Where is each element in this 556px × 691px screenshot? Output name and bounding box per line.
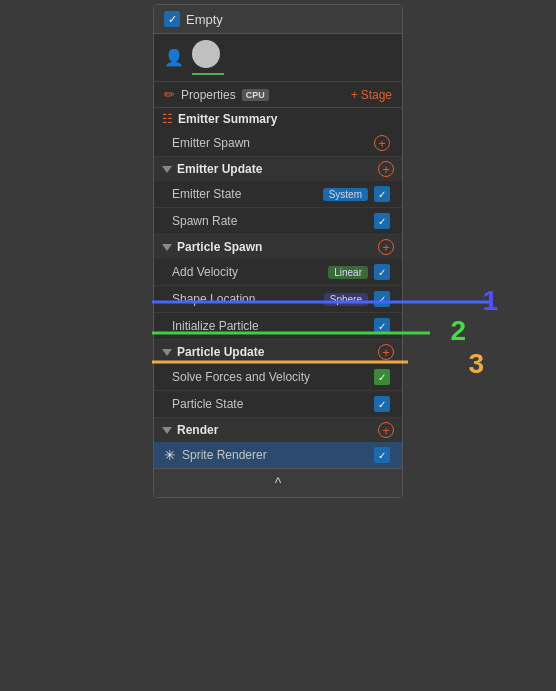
solve-forces-checkbox[interactable]: ✓	[374, 369, 390, 385]
sprite-renderer-label: Sprite Renderer	[182, 448, 368, 462]
sprite-renderer-checkbox[interactable]: ✓	[374, 447, 390, 463]
solve-forces-label: Solve Forces and Velocity	[172, 370, 368, 384]
emitter-state-row: Emitter State System ✓	[154, 181, 402, 208]
annotation-1: 1	[482, 285, 498, 317]
properties-row: ✏ Properties CPU + Stage	[154, 82, 402, 108]
green-underline	[192, 73, 224, 75]
star-icon: ✳	[164, 447, 176, 463]
list-icon: ☷	[162, 112, 173, 126]
triangle-down-icon-2	[162, 244, 172, 251]
add-velocity-row: Add Velocity Linear ✓	[154, 259, 402, 286]
add-render-button[interactable]: +	[378, 422, 394, 438]
emitter-summary-title: Emitter Summary	[178, 112, 277, 126]
init-particle-checkbox[interactable]: ✓	[374, 318, 390, 334]
init-particle-row: Initialize Particle ✓	[154, 313, 402, 340]
pencil-icon: ✏	[164, 87, 175, 102]
particle-state-row: Particle State ✓	[154, 391, 402, 418]
emitter-state-label: Emitter State	[172, 187, 317, 201]
title-checkbox[interactable]: ✓	[164, 11, 180, 27]
emitter-spawn-row[interactable]: Emitter Spawn +	[154, 130, 402, 157]
shape-location-tag: Sphere	[324, 293, 368, 306]
emitter-state-tag: System	[323, 188, 368, 201]
particle-spawn-header[interactable]: Particle Spawn +	[154, 235, 402, 259]
triangle-down-icon	[162, 166, 172, 173]
spawn-rate-row: Spawn Rate ✓	[154, 208, 402, 235]
init-particle-label: Initialize Particle	[172, 319, 368, 333]
properties-label[interactable]: Properties	[181, 88, 236, 102]
triangle-down-icon-4	[162, 427, 172, 434]
add-velocity-tag: Linear	[328, 266, 368, 279]
outer-wrapper: ✓ Empty 👤 ✏ Properties CPU + Stage ☷ Emi	[0, 0, 556, 691]
plus-icon: +	[351, 88, 358, 102]
particle-spawn-title: Particle Spawn	[177, 240, 262, 254]
icon-row: 👤	[154, 34, 402, 82]
stage-label: Stage	[361, 88, 392, 102]
particle-state-label: Particle State	[172, 397, 368, 411]
emitter-update-header[interactable]: Emitter Update +	[154, 157, 402, 181]
add-particle-spawn-button[interactable]: +	[378, 239, 394, 255]
shape-location-checkbox[interactable]: ✓	[374, 291, 390, 307]
spawn-rate-checkbox[interactable]: ✓	[374, 213, 390, 229]
particle-update-header[interactable]: Particle Update +	[154, 340, 402, 364]
shape-location-label: Shape Location	[172, 292, 318, 306]
particle-state-checkbox[interactable]: ✓	[374, 396, 390, 412]
annotation-3: 3	[468, 348, 484, 380]
sprite-renderer-row: ✳ Sprite Renderer ✓	[154, 442, 402, 468]
panel: ✓ Empty 👤 ✏ Properties CPU + Stage ☷ Emi	[153, 4, 403, 498]
panel-title: Empty	[186, 12, 223, 27]
circle-button[interactable]	[192, 40, 220, 68]
emitter-state-checkbox[interactable]: ✓	[374, 186, 390, 202]
add-particle-update-button[interactable]: +	[378, 344, 394, 360]
triangle-down-icon-3	[162, 349, 172, 356]
add-emitter-update-button[interactable]: +	[378, 161, 394, 177]
render-title: Render	[177, 423, 218, 437]
add-velocity-label: Add Velocity	[172, 265, 322, 279]
render-header[interactable]: Render +	[154, 418, 402, 442]
add-emitter-spawn-button[interactable]: +	[374, 135, 390, 151]
particle-update-title: Particle Update	[177, 345, 264, 359]
bottom-bar: ^	[154, 468, 402, 497]
emitter-summary-header[interactable]: ☷ Emitter Summary	[154, 108, 402, 130]
emitter-spawn-label: Emitter Spawn	[172, 136, 368, 150]
annotation-2: 2	[450, 315, 466, 347]
cpu-badge: CPU	[242, 89, 269, 101]
stage-button[interactable]: + Stage	[351, 88, 392, 102]
chevron-up-icon[interactable]: ^	[275, 475, 282, 491]
shape-location-row: Shape Location Sphere ✓	[154, 286, 402, 313]
emitter-update-title: Emitter Update	[177, 162, 262, 176]
add-velocity-checkbox[interactable]: ✓	[374, 264, 390, 280]
person-icon: 👤	[164, 48, 184, 67]
solve-forces-row: Solve Forces and Velocity ✓	[154, 364, 402, 391]
title-bar: ✓ Empty	[154, 5, 402, 34]
spawn-rate-label: Spawn Rate	[172, 214, 368, 228]
